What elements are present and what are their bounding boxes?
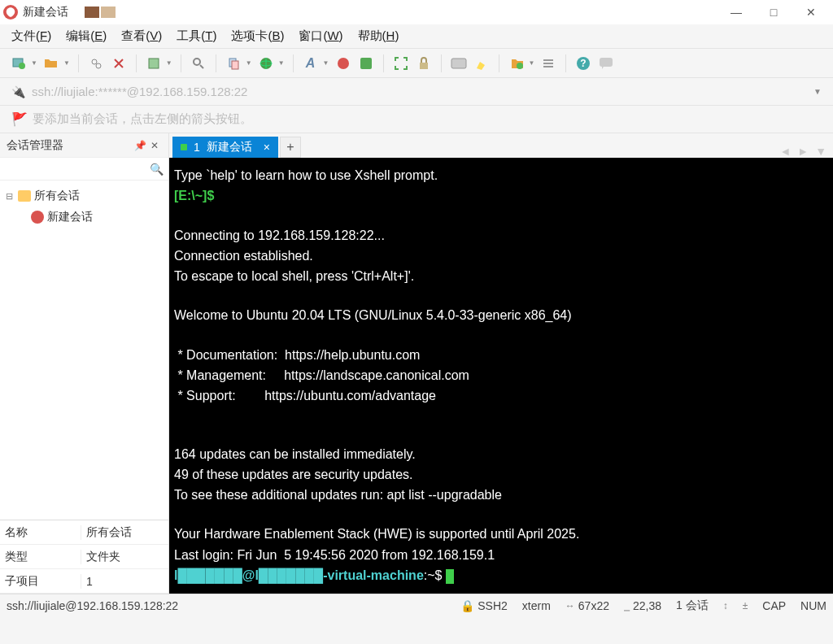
new-file-icon[interactable] bbox=[508, 54, 526, 72]
status-protocol: SSH2 bbox=[478, 599, 508, 612]
connected-dot-icon bbox=[181, 144, 187, 150]
minimize-button[interactable]: — bbox=[717, 0, 755, 24]
menu-help[interactable]: 帮助(H) bbox=[358, 28, 399, 44]
tree-root-label: 所有会话 bbox=[34, 189, 80, 203]
session-tab-bar: 1 新建会话 × + ◄ ► ▼ bbox=[169, 133, 833, 158]
properties-icon[interactable] bbox=[145, 54, 163, 72]
svg-rect-4 bbox=[149, 59, 159, 68]
tab-next-icon[interactable]: ► bbox=[797, 145, 809, 158]
new-session-icon[interactable] bbox=[10, 54, 28, 72]
flag-icon: 🚩 bbox=[11, 111, 28, 127]
tab-close-icon[interactable]: × bbox=[264, 141, 270, 154]
list-icon[interactable] bbox=[539, 54, 557, 72]
lock-icon[interactable] bbox=[415, 54, 433, 72]
svg-line-6 bbox=[200, 65, 203, 68]
session-manager-panel: 会话管理器 📌 ✕ 🔍 ⊟ 所有会话 新建会话 名称所有会话 类型文件夹 子项目… bbox=[0, 133, 169, 594]
status-caps: CAP bbox=[762, 599, 786, 612]
tab-session-1[interactable]: 1 新建会话 × bbox=[172, 137, 278, 158]
cursor-pos-icon: ⎯ bbox=[624, 600, 630, 611]
fullscreen-icon[interactable] bbox=[392, 54, 410, 72]
content-area: 1 新建会话 × + ◄ ► ▼ Type `help' to learn ho… bbox=[169, 133, 833, 594]
menu-edit[interactable]: 编辑(E) bbox=[66, 28, 107, 44]
app-icon bbox=[3, 5, 18, 20]
hint-text: 要添加当前会话，点击左侧的箭头按钮。 bbox=[33, 111, 252, 127]
reconnect-icon[interactable] bbox=[87, 54, 105, 72]
tab-number: 1 bbox=[194, 141, 200, 154]
status-connection: ssh://liujiale@192.168.159.128:22 bbox=[7, 599, 178, 612]
hint-bar: 🚩 要添加当前会话，点击左侧的箭头按钮。 bbox=[0, 106, 833, 133]
menu-tools[interactable]: 工具(T) bbox=[177, 28, 216, 44]
menu-file[interactable]: 文件(F) bbox=[11, 28, 51, 44]
status-term-type: xterm bbox=[522, 599, 551, 612]
svg-point-1 bbox=[19, 63, 25, 69]
search-input[interactable] bbox=[5, 163, 150, 175]
menu-window[interactable]: 窗口(W) bbox=[299, 28, 342, 44]
chat-icon[interactable] bbox=[597, 54, 615, 72]
svg-rect-15 bbox=[451, 59, 466, 68]
prop-row: 类型文件夹 bbox=[0, 545, 168, 569]
highlight-icon[interactable] bbox=[473, 54, 491, 72]
status-bar: ssh://liujiale@192.168.159.128:22 🔒SSH2 … bbox=[0, 594, 833, 616]
status-session-count: 1 会话 bbox=[676, 598, 709, 613]
address-text: ssh://liujiale:******@192.168.159.128:22 bbox=[32, 85, 813, 98]
plug-icon: 🔌 bbox=[11, 85, 25, 98]
status-size: 67x22 bbox=[578, 599, 609, 612]
tree-root[interactable]: ⊟ 所有会话 bbox=[3, 185, 165, 207]
tree-item-label: 新建会话 bbox=[47, 210, 93, 224]
properties-grid: 名称所有会话 类型文件夹 子项目1 bbox=[0, 520, 168, 594]
svg-point-16 bbox=[517, 63, 523, 69]
status-num: NUM bbox=[800, 599, 826, 612]
maximize-button[interactable]: □ bbox=[755, 0, 792, 24]
keyboard-icon[interactable] bbox=[450, 54, 468, 72]
panel-close-icon[interactable]: ✕ bbox=[147, 140, 162, 151]
svg-point-3 bbox=[96, 63, 101, 68]
collapse-icon[interactable]: ⊟ bbox=[3, 191, 15, 202]
tab-nav: ◄ ► ▼ bbox=[779, 145, 826, 158]
svg-rect-13 bbox=[360, 58, 372, 69]
session-tree: ⊟ 所有会话 新建会话 bbox=[0, 181, 168, 520]
prop-row: 子项目1 bbox=[0, 569, 168, 594]
copy-icon[interactable] bbox=[225, 54, 242, 72]
disconnect-icon[interactable] bbox=[110, 54, 128, 72]
svg-rect-14 bbox=[420, 63, 428, 69]
search-icon[interactable] bbox=[190, 54, 207, 72]
tab-list-icon[interactable]: ▼ bbox=[815, 145, 826, 158]
svg-text:?: ? bbox=[581, 58, 587, 69]
toolbar: ▼ ▼ ▼ ▼ ▼ A▼ ▼ ? bbox=[0, 49, 833, 78]
address-bar[interactable]: 🔌 ssh://liujiale:******@192.168.159.128:… bbox=[0, 78, 833, 106]
title-tab-strip bbox=[85, 7, 116, 18]
folder-icon bbox=[18, 190, 31, 202]
search-icon[interactable]: 🔍 bbox=[150, 163, 164, 176]
size-icon: ↔ bbox=[565, 600, 575, 611]
font-icon[interactable]: A bbox=[302, 54, 320, 72]
help-icon[interactable]: ? bbox=[574, 54, 592, 72]
cursor bbox=[446, 569, 454, 584]
open-folder-icon[interactable] bbox=[42, 54, 60, 72]
xshell-icon[interactable] bbox=[334, 54, 352, 72]
lock-status-icon: 🔒 bbox=[460, 599, 474, 612]
prop-row: 名称所有会话 bbox=[0, 520, 168, 545]
tab-prev-icon[interactable]: ◄ bbox=[779, 145, 791, 158]
status-cursor-pos: 22,38 bbox=[633, 599, 661, 612]
svg-point-2 bbox=[92, 59, 97, 64]
session-icon bbox=[31, 211, 44, 224]
svg-point-12 bbox=[338, 58, 349, 69]
globe-icon[interactable] bbox=[257, 54, 275, 72]
tab-label: 新建会话 bbox=[207, 140, 252, 154]
title-bar: 新建会话 — □ ✕ bbox=[0, 0, 833, 24]
updown-icon: ↕ bbox=[723, 600, 728, 611]
pin-icon[interactable]: 📌 bbox=[133, 140, 147, 151]
terminal[interactable]: Type `help' to learn how to use Xshell p… bbox=[169, 158, 833, 594]
menu-bar: 文件(F) 编辑(E) 查看(V) 工具(T) 选项卡(B) 窗口(W) 帮助(… bbox=[0, 24, 833, 49]
menu-view[interactable]: 查看(V) bbox=[121, 28, 162, 44]
tab-add-button[interactable]: + bbox=[280, 137, 301, 158]
tree-item-session[interactable]: 新建会话 bbox=[3, 207, 165, 228]
menu-tabs[interactable]: 选项卡(B) bbox=[231, 28, 284, 44]
close-button[interactable]: ✕ bbox=[792, 0, 830, 24]
xftp-icon[interactable] bbox=[357, 54, 375, 72]
svg-rect-22 bbox=[600, 58, 613, 67]
svg-rect-8 bbox=[232, 61, 238, 69]
session-search[interactable]: 🔍 bbox=[0, 158, 168, 181]
panel-header: 会话管理器 📌 ✕ bbox=[0, 133, 168, 158]
address-dropdown-icon[interactable]: ▼ bbox=[813, 87, 822, 96]
